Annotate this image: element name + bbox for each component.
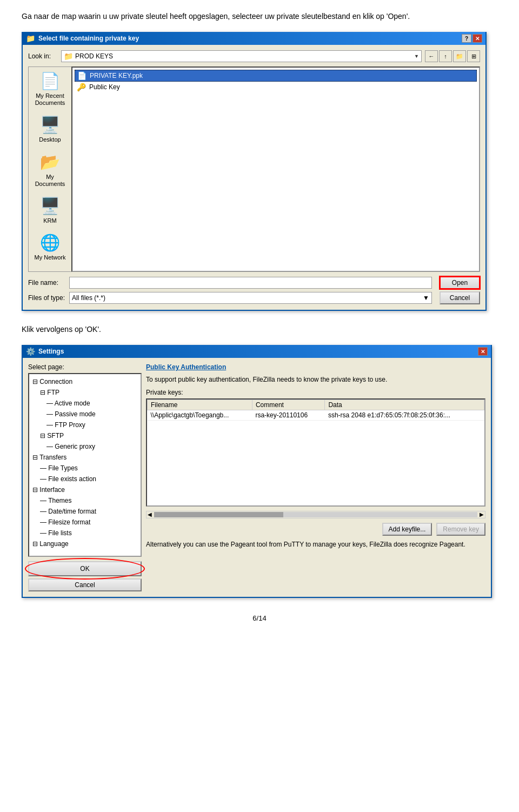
titlebar-buttons: ? ✕ <box>462 34 482 43</box>
tree-item-interface[interactable]: ⊟ Interface <box>31 484 138 495</box>
sidebar-item-desktop[interactable]: 🖥️ Desktop <box>31 115 69 143</box>
recent-docs-icon: 📄 <box>40 71 60 90</box>
file-dialog-title: Select file containing private key <box>38 35 139 42</box>
private-keys-label: Private keys: <box>146 389 485 396</box>
expand-sftp-icon: ⊟ <box>40 432 47 440</box>
krm-icon: 🖥️ <box>40 196 60 215</box>
cell-data: ssh-rsa 2048 e1:d7:65:05:7f:08:25:0f:36:… <box>325 410 484 420</box>
sidebar-item-my-documents[interactable]: 📂 My Documents <box>31 152 69 188</box>
sidebar-item-my-documents-label: My Documents <box>31 174 69 188</box>
tree-item-active-mode-label: Active mode <box>55 400 90 407</box>
look-in-combo-inner: 📁 PROD KEYS <box>64 52 113 61</box>
file-item-public-key[interactable]: 🔑 Public Key <box>75 82 477 92</box>
tree-item-transfers-label: Transfers <box>39 454 66 461</box>
tree-item-datetime-format[interactable]: — Date/time format <box>31 506 138 517</box>
table-header-row: Filename Comment Data <box>148 400 484 410</box>
scroll-left-icon[interactable]: ◀ <box>147 511 153 517</box>
dash-filesize-icon: — <box>40 518 48 526</box>
open-button[interactable]: Open <box>440 276 480 289</box>
expand-ftp-icon: ⊟ <box>40 389 47 396</box>
add-keyfile-button[interactable]: Add keyfile... <box>382 523 432 536</box>
tree-item-active-mode[interactable]: — Active mode <box>31 398 138 409</box>
file-dialog-title-area: 📁 Select file containing private key <box>26 34 139 43</box>
description-text: To support public key authentication, Fi… <box>146 375 485 384</box>
up-button[interactable]: ↑ <box>439 50 452 62</box>
cancel-button[interactable]: Cancel <box>440 291 480 304</box>
tree-item-file-types-label: File Types <box>48 464 77 472</box>
settings-cancel-button[interactable]: Cancel <box>28 578 142 591</box>
view-toggle-button[interactable]: ⊞ <box>467 50 480 62</box>
look-in-value: PROD KEYS <box>75 52 113 60</box>
tree-item-file-types[interactable]: — File Types <box>31 463 138 474</box>
file-area: 📄 My Recent Documents 🖥️ Desktop 📂 My Do… <box>28 66 480 272</box>
file-name-input[interactable] <box>69 277 432 289</box>
scroll-right-icon[interactable]: ▶ <box>478 511 485 517</box>
tree-item-sftp-label: SFTP <box>47 432 64 440</box>
files-of-type-arrow-icon: ▼ <box>423 294 429 302</box>
remove-key-button[interactable]: Remove key <box>436 523 485 536</box>
tree-item-file-lists[interactable]: — File lists <box>31 528 138 538</box>
settings-ok-button[interactable]: OK <box>28 561 142 576</box>
tree-item-ftp-proxy[interactable]: — FTP Proxy <box>31 420 138 430</box>
expand-connection-icon: ⊟ <box>32 378 39 385</box>
tree-item-passive-mode[interactable]: — Passive mode <box>31 409 138 420</box>
tree-panel[interactable]: ⊟ Connection ⊟ FTP — Active mode — Passi… <box>28 373 142 557</box>
file-name-row: File name: Open <box>28 276 480 289</box>
tree-item-themes[interactable]: — Themes <box>31 495 138 506</box>
between-text: Klik vervolgens op 'OK'. <box>22 324 497 335</box>
settings-left-panel: Select page: ⊟ Connection ⊟ FTP — Active… <box>28 363 142 591</box>
file-dialog-body: Look in: 📁 PROD KEYS ▼ ← ↑ 📁 ⊞ 📄 <box>23 45 485 310</box>
sidebar-item-recent-docs-label: My Recent Documents <box>31 92 69 107</box>
sidebar-item-recent-docs[interactable]: 📄 My Recent Documents <box>31 71 69 107</box>
settings-titlebar-buttons: ✕ <box>478 347 488 356</box>
tree-item-filesize-format[interactable]: — Filesize format <box>31 517 138 528</box>
look-in-combo[interactable]: 📁 PROD KEYS ▼ <box>61 50 422 62</box>
file-name-label: File name: <box>28 279 66 287</box>
col-data: Data <box>325 400 484 410</box>
tree-item-ftp[interactable]: ⊟ FTP <box>31 387 138 398</box>
tree-item-transfers[interactable]: ⊟ Transfers <box>31 452 138 463</box>
sidebar-item-my-network[interactable]: 🌐 My Network <box>31 233 69 261</box>
tree-item-generic-proxy[interactable]: — Generic proxy <box>31 441 138 452</box>
tree-item-language[interactable]: ⊟ Language <box>31 538 138 549</box>
tree-item-file-exists-action[interactable]: — File exists action <box>31 474 138 484</box>
sidebar-item-krm-label: KRM <box>43 217 56 224</box>
sidebar-item-krm[interactable]: 🖥️ KRM <box>31 196 69 224</box>
dash-active-icon: — <box>46 400 55 407</box>
tree-item-datetime-format-label: Date/time format <box>48 508 96 515</box>
files-of-type-combo[interactable]: All files (*.*) ▼ <box>69 292 432 304</box>
close-button[interactable]: ✕ <box>473 34 482 43</box>
table-row[interactable]: \\Applic\gactgb\Toegangb... rsa-key-2011… <box>148 410 484 420</box>
cell-comment: rsa-key-20110106 <box>252 410 324 420</box>
file-list-panel[interactable]: 📄 PRIVATE KEY.ppk 🔑 Public Key <box>71 66 480 272</box>
back-button[interactable]: ← <box>425 50 438 62</box>
file-dialog-titlebar: 📁 Select file containing private key ? ✕ <box>23 32 485 45</box>
file-sidebar-panel: 📄 My Recent Documents 🖥️ Desktop 📂 My Do… <box>28 66 71 272</box>
file-dialog-btn-row: Open <box>440 276 480 289</box>
settings-body: Select page: ⊟ Connection ⊟ FTP — Active… <box>23 358 491 597</box>
settings-content: Select page: ⊟ Connection ⊟ FTP — Active… <box>28 363 485 591</box>
page-number: 6/14 <box>22 614 497 622</box>
scrollbar-track[interactable] <box>154 512 477 517</box>
settings-close-button[interactable]: ✕ <box>478 347 488 356</box>
files-of-type-value: All files (*.*) <box>72 294 105 302</box>
tree-item-passive-mode-label: Passive mode <box>55 410 95 418</box>
files-of-type-label: Files of type: <box>28 294 66 302</box>
tree-item-file-exists-action-label: File exists action <box>48 475 96 483</box>
tree-item-sftp[interactable]: ⊟ SFTP <box>31 430 138 441</box>
horizontal-scrollbar[interactable]: ◀ ▶ <box>146 511 485 518</box>
tree-item-ftp-proxy-label: FTP Proxy <box>55 421 85 429</box>
settings-dialog-titlebar: ⚙️ Settings ✕ <box>23 345 491 358</box>
tree-item-connection[interactable]: ⊟ Connection <box>31 376 138 387</box>
file-item-private-key[interactable]: 📄 PRIVATE KEY.ppk <box>75 70 477 82</box>
pageant-note: Alternatively you can use the Pageant to… <box>146 540 485 549</box>
look-in-row: Look in: 📁 PROD KEYS ▼ ← ↑ 📁 ⊞ <box>28 50 480 62</box>
help-button[interactable]: ? <box>462 34 471 43</box>
ppk-file-icon: 📄 <box>77 71 86 80</box>
file-name-public-key: Public Key <box>89 83 120 91</box>
new-folder-button[interactable]: 📁 <box>453 50 466 62</box>
settings-dialog-title-area: ⚙️ Settings <box>26 347 64 356</box>
scrollbar-thumb[interactable] <box>154 512 283 517</box>
folder-title-icon: 📁 <box>26 34 35 43</box>
keys-table: Filename Comment Data \\Applic\gactgb\To… <box>147 400 484 421</box>
